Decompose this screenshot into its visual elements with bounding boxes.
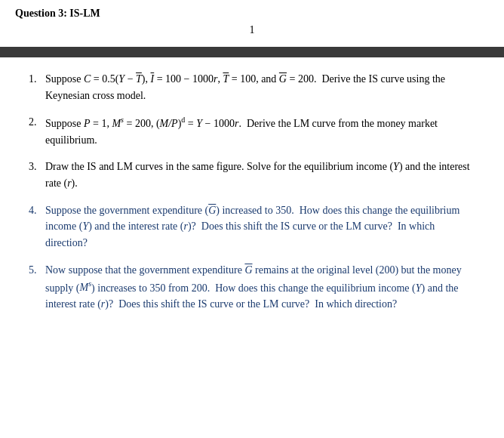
question-number-2: 2. xyxy=(29,114,45,148)
page-container: Question 3: IS-LM 1 1. Suppose C = 0.5(Y… xyxy=(0,0,504,438)
question-item-3: 3. Draw the IS and LM curves in the same… xyxy=(29,159,475,191)
question-text-3: Draw the IS and LM curves in the same fi… xyxy=(45,159,475,191)
question-number-5: 5. xyxy=(29,262,45,313)
question-text-2: Suppose P = 1, Ms = 200, (M/P)d = Y − 10… xyxy=(45,114,475,148)
page-number: 1 xyxy=(15,20,489,42)
question-text-1: Suppose C = 0.5(Y − T), I = 100 − 1000r,… xyxy=(45,71,475,103)
question-item-4: 4. Suppose the government expenditure (G… xyxy=(29,202,475,251)
question-text-5: Now suppose that the government expendit… xyxy=(45,262,475,313)
question-item-1: 1. Suppose C = 0.5(Y − T), I = 100 − 100… xyxy=(29,71,475,103)
dark-bar xyxy=(0,47,504,57)
content-section: 1. Suppose C = 0.5(Y − T), I = 100 − 100… xyxy=(0,57,504,337)
question-number-1: 1. xyxy=(29,71,45,103)
question-item-2: 2. Suppose P = 1, Ms = 200, (M/P)d = Y −… xyxy=(29,114,475,148)
question-item-5: 5. Now suppose that the government expen… xyxy=(29,262,475,313)
question-title: Question 3: IS-LM xyxy=(15,8,489,20)
question-text-4: Suppose the government expenditure (G) i… xyxy=(45,202,475,251)
question-number-4: 4. xyxy=(29,202,45,251)
header-section: Question 3: IS-LM 1 xyxy=(0,0,504,47)
question-number-3: 3. xyxy=(29,159,45,191)
